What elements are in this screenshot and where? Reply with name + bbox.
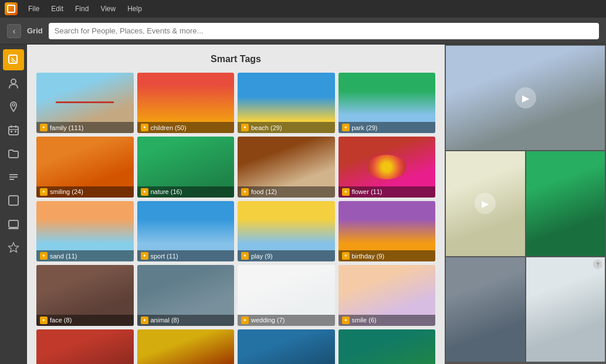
svg-rect-9 xyxy=(11,131,12,132)
sidebar-item-favorites[interactable] xyxy=(3,237,24,258)
tag-card-more1[interactable] xyxy=(36,329,134,364)
tag-icon-smile: ✦ xyxy=(342,317,350,324)
right-thumb-5[interactable]: ? xyxy=(526,257,605,362)
tag-label-flower: ✦ flower (11) xyxy=(338,186,436,198)
tag-label-animal: ✦ animal (8) xyxy=(137,315,235,326)
tag-icon-play: ✦ xyxy=(241,252,249,260)
tag-label-play: ✦ play (9) xyxy=(238,250,335,261)
sidebar-item-calendar[interactable] xyxy=(3,120,24,141)
tag-icon xyxy=(8,54,19,66)
tag-card-nature[interactable]: ✦ nature (16) xyxy=(137,137,235,197)
tag-card-face[interactable]: ✦ face (8) xyxy=(36,265,134,325)
person-icon xyxy=(8,77,19,89)
slideshow-icon xyxy=(8,218,19,230)
tag-label-birthday: ✦ birthday (9) xyxy=(338,250,436,261)
right-thumb-3[interactable] xyxy=(526,151,605,256)
tag-icon-sport: ✦ xyxy=(141,252,148,260)
tag-card-park[interactable]: ✦ park (29) xyxy=(338,73,436,133)
tag-label-food: ✦ food (12) xyxy=(238,186,335,198)
tag-label-beach: ✦ beach (29) xyxy=(238,122,335,133)
sidebar-item-slideshow[interactable] xyxy=(3,213,24,234)
tag-icon-children: ✦ xyxy=(141,124,148,131)
tag-card-more2[interactable] xyxy=(137,329,235,364)
sidebar-item-places[interactable] xyxy=(3,96,24,117)
tag-card-play[interactable]: ✦ play (9) xyxy=(238,201,335,261)
tag-icon-wedding: ✦ xyxy=(241,317,249,324)
right-thumb-4[interactable] xyxy=(446,257,525,362)
tag-label-face: ✦ face (8) xyxy=(36,315,134,326)
pin-icon xyxy=(8,101,19,113)
menu-edit[interactable]: Edit xyxy=(46,4,68,14)
tag-card-wedding[interactable]: ✦ wedding (7) xyxy=(238,265,335,325)
svg-line-2 xyxy=(11,60,13,62)
svg-line-1 xyxy=(11,57,16,62)
content-area: Smart Tags ✦ family (111) ✦ children (50… xyxy=(27,45,445,364)
svg-rect-14 xyxy=(9,196,18,205)
menu-view[interactable]: View xyxy=(96,4,120,14)
right-thumb-1[interactable]: ▶ xyxy=(446,46,605,150)
app-icon xyxy=(5,2,18,15)
folder-icon xyxy=(8,148,19,159)
menu-file[interactable]: File xyxy=(23,4,44,14)
sidebar-item-smart-tags[interactable] xyxy=(3,49,24,70)
tag-card-children[interactable]: ✦ children (50) xyxy=(137,73,235,133)
tag-label-wedding: ✦ wedding (7) xyxy=(238,315,335,326)
media-icon xyxy=(8,195,19,206)
tag-icon-sand: ✦ xyxy=(40,252,48,260)
tag-card-sport[interactable]: ✦ sport (11) xyxy=(137,201,235,261)
tag-label-sand: ✦ sand (11) xyxy=(36,250,134,261)
tag-icon-food: ✦ xyxy=(241,188,249,196)
sidebar-item-people[interactable] xyxy=(3,73,24,94)
text-icon xyxy=(8,171,19,183)
tag-card-animal[interactable]: ✦ animal (8) xyxy=(137,265,235,325)
tag-card-sand[interactable]: ✦ sand (11) xyxy=(36,201,134,261)
svg-rect-15 xyxy=(9,220,18,227)
menu-find[interactable]: Find xyxy=(70,4,93,14)
tag-label-park: ✦ park (29) xyxy=(338,122,436,133)
tag-label-smile: ✦ smile (6) xyxy=(338,315,436,326)
play-button-2[interactable]: ▶ xyxy=(475,193,496,214)
search-input[interactable] xyxy=(55,26,593,35)
tag-card-food[interactable]: ✦ food (12) xyxy=(238,137,335,197)
sidebar xyxy=(0,45,27,364)
menu-bar: File Edit Find View Help xyxy=(0,0,606,18)
toolbar: ‹ Grid xyxy=(0,18,606,45)
tag-card-beach[interactable]: ✦ beach (29) xyxy=(238,73,335,133)
svg-point-4 xyxy=(12,104,15,106)
tag-card-more3[interactable] xyxy=(238,329,335,364)
tag-card-family[interactable]: ✦ family (111) xyxy=(36,73,134,133)
sidebar-item-folders[interactable] xyxy=(3,143,24,164)
calendar-icon xyxy=(8,124,19,136)
tag-label-children: ✦ children (50) xyxy=(137,122,235,133)
tag-icon-smiling: ✦ xyxy=(40,188,48,196)
play-button-1[interactable]: ▶ xyxy=(515,87,536,108)
svg-marker-17 xyxy=(8,243,18,252)
tags-grid: ✦ family (111) ✦ children (50) ✦ beach (… xyxy=(36,73,435,364)
tag-card-smile[interactable]: ✦ smile (6) xyxy=(338,265,436,325)
tag-label-family: ✦ family (111) xyxy=(36,122,134,133)
tag-label-sport: ✦ sport (11) xyxy=(137,250,235,261)
smart-tags-title: Smart Tags xyxy=(36,54,435,64)
main-layout: Smart Tags ✦ family (111) ✦ children (50… xyxy=(0,45,606,364)
tag-icon-face: ✦ xyxy=(40,317,48,324)
search-bar[interactable] xyxy=(49,23,599,39)
sidebar-item-text[interactable] xyxy=(3,166,24,188)
tag-card-smiling[interactable]: ✦ smiling (24) xyxy=(36,137,134,197)
tag-icon-nature: ✦ xyxy=(141,188,148,196)
right-thumb-2[interactable]: ▶ xyxy=(446,151,525,256)
svg-rect-5 xyxy=(9,127,18,135)
tag-icon-park: ✦ xyxy=(342,124,350,131)
tag-label-smiling: ✦ smiling (24) xyxy=(36,186,134,198)
back-button[interactable]: ‹ xyxy=(7,24,21,38)
tag-icon-beach: ✦ xyxy=(241,124,249,131)
right-panel: ▶ ▶ ? xyxy=(445,45,606,364)
tag-icon-birthday: ✦ xyxy=(342,252,350,260)
tag-icon-family: ✦ xyxy=(40,124,48,131)
menu-help[interactable]: Help xyxy=(123,4,147,14)
tag-card-more4[interactable] xyxy=(338,329,436,364)
sidebar-item-media[interactable] xyxy=(3,190,24,211)
svg-point-3 xyxy=(11,79,16,84)
tag-card-birthday[interactable]: ✦ birthday (9) xyxy=(338,201,436,261)
tag-card-flower[interactable]: ✦ flower (11) xyxy=(338,137,436,197)
tag-label-nature: ✦ nature (16) xyxy=(137,186,235,198)
